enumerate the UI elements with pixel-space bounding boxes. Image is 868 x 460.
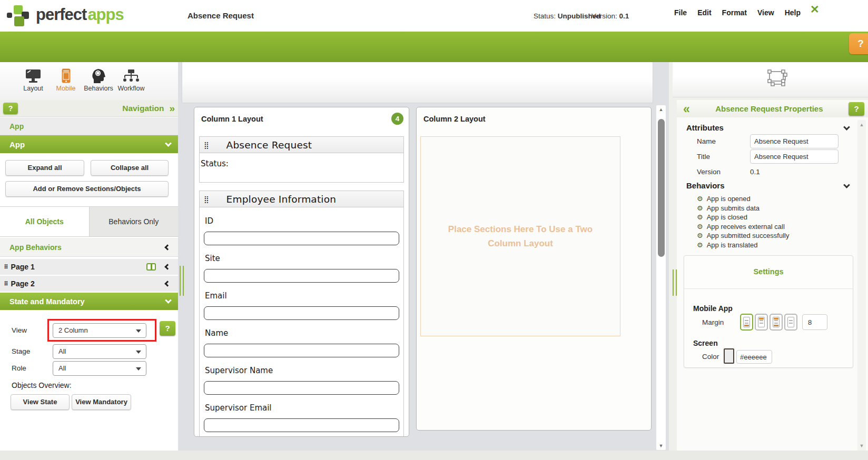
behavior-item[interactable]: ⚙ App is closed	[697, 213, 789, 222]
stage-label: Stage	[12, 347, 30, 355]
field-label: Name	[205, 328, 398, 338]
state-mandatory-header[interactable]: State and Mandatory	[0, 293, 178, 310]
collapse-sidebar-icon[interactable]: »	[169, 103, 174, 114]
section-header[interactable]: ⣿ Absence Request	[200, 137, 403, 153]
mode-behaviors[interactable]: Behaviors	[82, 62, 115, 100]
behavior-item[interactable]: ⚙ App is opened	[697, 194, 789, 204]
behavior-item[interactable]: ⚙ App receives external call	[697, 222, 789, 232]
fields-list: ID Site Email Name Supervisor Name	[200, 207, 403, 437]
expand-all-button[interactable]: Expand all	[5, 160, 84, 176]
field-input[interactable]	[204, 306, 399, 320]
stage-dropdown[interactable]: All	[53, 344, 146, 359]
section-count-badge[interactable]: 4	[391, 113, 403, 125]
properties-resize-handle[interactable]	[673, 269, 677, 296]
menu-item[interactable]: Help	[780, 8, 806, 17]
drag-handle-icon[interactable]: ⣿	[204, 195, 209, 203]
object-tabs: All Objects Behaviors Only	[0, 206, 178, 237]
tab-behaviors-only[interactable]: Behaviors Only	[89, 207, 179, 236]
margin-none-option[interactable]	[784, 314, 797, 331]
chevron-down-icon[interactable]	[843, 124, 850, 131]
margin-top-bottom-option[interactable]	[770, 314, 783, 331]
title-field[interactable]	[750, 149, 839, 164]
app-behaviors-row[interactable]: App Behaviors	[0, 238, 178, 257]
drag-handle-icon[interactable]: ⠿	[4, 281, 8, 287]
color-label: Color	[702, 353, 719, 361]
mode-mobile[interactable]: Mobile	[50, 62, 82, 100]
section-header[interactable]: ⣿ Employee Information	[200, 191, 403, 207]
view-state-button[interactable]: View State	[11, 394, 70, 410]
gear-icon: ⚙	[697, 223, 703, 231]
margin-label: Margin	[702, 318, 724, 326]
gear-icon: ⚙	[697, 241, 703, 249]
field-input[interactable]	[204, 381, 399, 395]
page-1-row[interactable]: ⠿ Page 1	[0, 259, 178, 275]
behavior-item[interactable]: ⚙ App submitted successfully	[697, 231, 789, 241]
margin-bottom-option[interactable]	[740, 314, 753, 331]
behavior-label: App is translated	[707, 241, 758, 249]
head-brain-icon	[82, 67, 115, 83]
sidebar-resize-handle[interactable]	[180, 266, 184, 296]
chevron-down-icon	[165, 140, 172, 147]
view-mandatory-button[interactable]: View Mandatory	[72, 394, 131, 410]
menu-bar: FileEditFormatViewHelp	[669, 8, 806, 17]
menu-item[interactable]: Format	[717, 8, 752, 17]
perfectapps-logo[interactable]: perfectapps	[7, 4, 128, 27]
attributes-header: Attributes	[686, 123, 724, 132]
field-input[interactable]	[204, 418, 399, 432]
behavior-item[interactable]: ⚙ App submits data	[697, 204, 789, 213]
drag-handle-icon[interactable]: ⠿	[4, 264, 8, 271]
navigation-help-button[interactable]: ?	[3, 103, 18, 114]
name-field[interactable]	[750, 134, 839, 148]
menu-item[interactable]: Edit	[692, 8, 716, 17]
column-2-title: Column 2 Layout	[423, 115, 486, 123]
scrollbar-thumb[interactable]	[658, 119, 665, 257]
view-dropdown[interactable]: 2 Column	[53, 323, 146, 338]
properties-help-button[interactable]: ?	[849, 102, 864, 116]
ribbon-help-button[interactable]: ?	[849, 33, 868, 54]
properties-scrollbar[interactable]: ▲ ▼	[857, 120, 866, 451]
column-1-title: Column 1 Layout	[201, 115, 263, 123]
scroll-down-icon[interactable]: ▼	[857, 443, 866, 448]
mode-workflow[interactable]: Workflow	[115, 62, 147, 100]
chevron-left-icon	[164, 281, 170, 286]
mobile-app-header: Mobile App	[693, 304, 733, 313]
add-remove-sections-button[interactable]: Add or Remove Sections/Objects	[5, 181, 169, 197]
section-absence-request[interactable]: ⣿ Absence Request Status:	[199, 136, 404, 183]
two-column-drop-zone[interactable]: Place Sections Here To Use a Two Column …	[420, 136, 620, 336]
section-employee-information[interactable]: ⣿ Employee Information ID Site Email Nam…	[199, 191, 404, 437]
gear-icon: ⚙	[697, 232, 703, 239]
two-column-icon[interactable]	[146, 263, 156, 271]
app-section-header[interactable]: App	[0, 135, 178, 153]
color-swatch[interactable]	[724, 348, 734, 364]
behavior-item[interactable]: ⚙ App is translated	[697, 241, 789, 250]
view-help-button[interactable]: ?	[160, 321, 175, 336]
role-dropdown[interactable]: All	[53, 361, 146, 376]
behaviors-list: ⚙ App is opened ⚙ App submits data ⚙ App…	[697, 194, 789, 249]
collapse-all-button[interactable]: Collapse all	[91, 160, 169, 176]
chevron-down-icon[interactable]	[843, 182, 850, 188]
canvas-scrollbar[interactable]: ▲ ▼	[656, 105, 666, 450]
field-input[interactable]	[204, 269, 399, 283]
margin-top-option[interactable]	[755, 314, 768, 331]
field-input[interactable]	[204, 232, 399, 245]
mode-layout[interactable]: Layout	[17, 62, 50, 100]
scroll-up-icon[interactable]: ▲	[857, 122, 866, 127]
breadcrumb[interactable]: App	[0, 117, 178, 135]
screen-header: Screen	[693, 339, 718, 347]
menu-item[interactable]: View	[752, 8, 780, 17]
tab-all-objects[interactable]: All Objects	[0, 207, 89, 236]
color-value-field[interactable]	[736, 350, 772, 364]
drag-handle-icon[interactable]: ⣿	[204, 141, 209, 149]
name-label: Name	[697, 137, 716, 145]
menu-item[interactable]: File	[669, 8, 692, 17]
behavior-label: App is closed	[707, 213, 747, 221]
scroll-down-icon[interactable]: ▼	[656, 443, 666, 448]
page-2-row[interactable]: ⠿ Page 2	[0, 276, 178, 292]
behavior-label: App is opened	[707, 195, 751, 203]
scroll-up-icon[interactable]: ▲	[656, 107, 666, 112]
close-icon[interactable]: ✕	[810, 3, 820, 16]
field-input[interactable]	[204, 344, 399, 357]
navigation-sidebar: ? Navigation » App App Expand all Collap…	[0, 100, 178, 451]
collapse-panel-icon[interactable]: «	[683, 104, 690, 114]
margin-value-field[interactable]	[802, 314, 827, 330]
